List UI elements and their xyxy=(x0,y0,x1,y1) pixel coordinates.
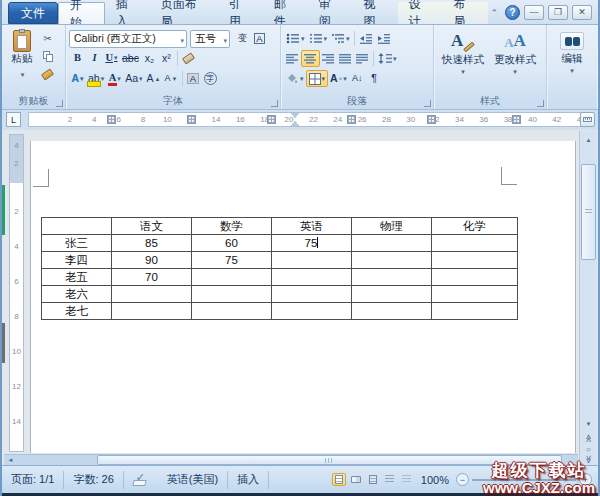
increase-indent-button[interactable] xyxy=(375,30,393,47)
table-cell[interactable]: 英语 xyxy=(272,218,352,235)
paste-button[interactable]: 粘贴 xyxy=(5,28,39,95)
strikethrough-button[interactable]: abc xyxy=(120,50,141,67)
font-color-button[interactable]: A xyxy=(106,70,123,87)
vertical-scrollbar[interactable]: ▲ ▼ ≪ ○ ≫ xyxy=(579,131,597,465)
character-shading-button[interactable]: A xyxy=(185,70,202,87)
table-cell[interactable]: 数学 xyxy=(192,218,272,235)
tab-stop-selector[interactable]: L xyxy=(6,112,21,127)
font-name-combo[interactable]: Calibri (西文正文) xyxy=(69,30,187,48)
table-cell[interactable] xyxy=(352,303,432,320)
justify-button[interactable] xyxy=(337,50,354,67)
web-layout-view-button[interactable] xyxy=(366,473,380,486)
align-center-button[interactable] xyxy=(301,50,320,67)
format-painter-button[interactable] xyxy=(39,67,56,82)
phonetic-guide-button[interactable]: 变 xyxy=(234,30,251,47)
multilevel-list-button[interactable] xyxy=(329,30,352,47)
change-case-button[interactable]: Aa xyxy=(123,70,144,87)
grades-table[interactable]: 语文数学英语物理化学张三856075李四9075老五70老六老七 xyxy=(41,217,518,320)
table-cell[interactable] xyxy=(352,252,432,269)
vertical-ruler[interactable]: 422468101214 xyxy=(9,134,24,452)
change-styles-button[interactable]: AA 更改样式 ▾ xyxy=(489,28,541,95)
table-cell[interactable] xyxy=(352,235,432,252)
outline-view-button[interactable] xyxy=(383,473,397,486)
horizontal-ruler[interactable]: 2468101214161820222426283032343638404244 xyxy=(28,112,585,127)
quick-styles-button[interactable]: A 快速样式 ▾ xyxy=(437,28,489,95)
shrink-font-button[interactable]: A▼ xyxy=(163,70,180,87)
clear-formatting-button[interactable] xyxy=(180,50,197,67)
table-column-marker[interactable] xyxy=(107,115,116,124)
draft-view-button[interactable] xyxy=(400,473,414,486)
table-cell[interactable] xyxy=(352,269,432,286)
enclose-characters-button[interactable]: 字 xyxy=(202,70,219,87)
scroll-down-arrow[interactable]: ▼ xyxy=(581,417,596,430)
show-hide-marks-button[interactable]: ¶ xyxy=(366,70,383,87)
zoom-level[interactable]: 100% xyxy=(417,474,453,486)
table-cell[interactable]: 张三 xyxy=(42,235,112,252)
text-highlight-button[interactable]: ab xyxy=(86,70,106,87)
cut-button[interactable]: ✂ xyxy=(39,31,56,46)
tab-review[interactable]: 审阅 xyxy=(308,2,353,24)
table-cell[interactable]: 75 xyxy=(272,235,352,252)
minimize-button[interactable]: — xyxy=(524,5,544,20)
font-dialog-launcher[interactable] xyxy=(271,100,278,107)
bullets-button[interactable] xyxy=(284,30,307,47)
table-column-marker[interactable] xyxy=(187,115,196,124)
table-cell[interactable] xyxy=(42,218,112,235)
copy-button[interactable] xyxy=(39,49,56,64)
table-cell[interactable] xyxy=(432,269,518,286)
collapse-ribbon-icon[interactable]: ⌃ xyxy=(488,8,502,18)
table-cell[interactable] xyxy=(272,269,352,286)
ruler-toggle-button[interactable] xyxy=(580,112,595,127)
fullscreen-reading-view-button[interactable] xyxy=(349,473,363,486)
tab-table-design[interactable]: 设计 xyxy=(398,2,443,24)
vertical-scroll-thumb[interactable] xyxy=(581,164,596,260)
decrease-indent-button[interactable] xyxy=(357,30,375,47)
status-page-number[interactable]: 页面: 1/1 xyxy=(2,471,64,489)
restore-button[interactable]: ❐ xyxy=(548,5,568,20)
table-cell[interactable] xyxy=(192,269,272,286)
table-cell[interactable]: 60 xyxy=(192,235,272,252)
tab-insert[interactable]: 插入 xyxy=(105,2,150,24)
print-layout-view-button[interactable] xyxy=(332,473,346,486)
table-cell[interactable]: 老七 xyxy=(42,303,112,320)
zoom-out-button[interactable]: − xyxy=(456,473,469,486)
table-cell[interactable]: 老六 xyxy=(42,286,112,303)
table-cell[interactable] xyxy=(352,286,432,303)
help-icon[interactable]: ? xyxy=(505,5,520,20)
table-column-marker[interactable] xyxy=(347,115,356,124)
borders-button[interactable] xyxy=(306,70,329,87)
align-left-button[interactable] xyxy=(284,50,301,67)
scroll-up-arrow[interactable]: ▲ xyxy=(581,133,596,146)
table-cell[interactable] xyxy=(432,235,518,252)
table-cell[interactable]: 90 xyxy=(112,252,192,269)
numbering-button[interactable] xyxy=(307,30,330,47)
zoom-slider[interactable] xyxy=(472,479,576,481)
table-cell[interactable] xyxy=(272,286,352,303)
editing-button[interactable]: 编辑 ▾ xyxy=(546,29,598,75)
asian-layout-button[interactable]: A˄ xyxy=(328,70,349,87)
table-cell[interactable] xyxy=(192,303,272,320)
table-cell[interactable]: 化学 xyxy=(432,218,518,235)
table-cell[interactable] xyxy=(432,303,518,320)
tab-view[interactable]: 视图 xyxy=(353,2,398,24)
horizontal-scrollbar[interactable]: ◄ xyxy=(4,454,578,465)
table-cell[interactable]: 物理 xyxy=(352,218,432,235)
italic-button[interactable]: I xyxy=(86,50,103,67)
font-size-combo[interactable]: 五号 xyxy=(190,30,230,48)
tab-mailings[interactable]: 邮件 xyxy=(263,2,308,24)
table-cell[interactable]: 85 xyxy=(112,235,192,252)
styles-dialog-launcher[interactable] xyxy=(537,100,544,107)
superscript-button[interactable]: x² xyxy=(158,50,175,67)
table-cell[interactable] xyxy=(432,252,518,269)
document-page[interactable]: 语文数学英语物理化学张三856075李四9075老五70老六老七 xyxy=(30,141,576,453)
paste-dropdown[interactable] xyxy=(20,66,25,80)
character-border-button[interactable]: A xyxy=(251,30,268,47)
table-cell[interactable] xyxy=(432,286,518,303)
first-line-indent-marker[interactable] xyxy=(291,113,299,118)
bold-button[interactable]: B xyxy=(69,50,86,67)
tab-references[interactable]: 引用 xyxy=(218,2,263,24)
table-column-marker[interactable] xyxy=(427,115,436,124)
clipboard-dialog-launcher[interactable] xyxy=(56,100,63,107)
status-word-count[interactable]: 字数: 26 xyxy=(64,471,123,489)
table-cell[interactable]: 70 xyxy=(112,269,192,286)
